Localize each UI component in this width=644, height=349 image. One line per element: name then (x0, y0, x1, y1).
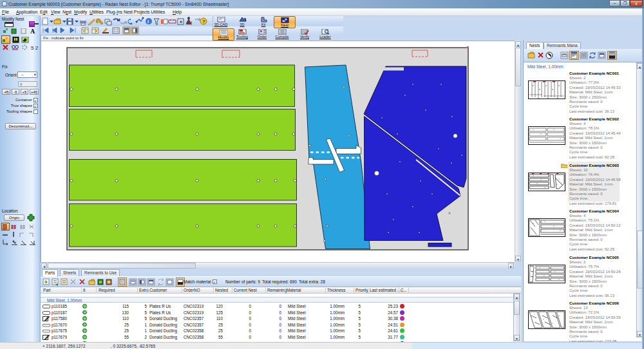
svg-text:?: ? (202, 19, 205, 24)
svg-text:5 2: 5 2 (31, 45, 39, 51)
svg-text:A: A (30, 28, 35, 34)
svg-text:i: i (147, 19, 149, 24)
